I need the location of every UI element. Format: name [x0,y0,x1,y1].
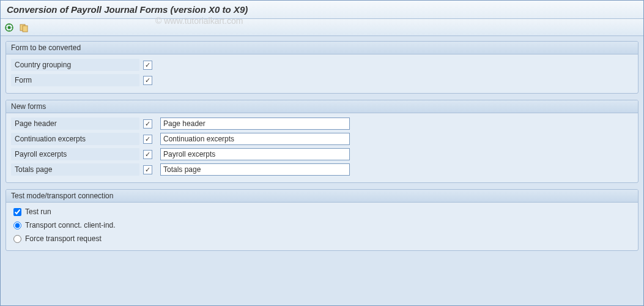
chk-wrap: ✓ [139,150,155,159]
transport-connct-label[interactable]: Transport connct. client-ind. [25,221,116,230]
transport-connct-radio[interactable] [13,222,21,230]
country-grouping-valuehelp[interactable]: ✓ [143,61,152,70]
page-title: Conversion of Payroll Journal Forms (ver… [7,4,248,15]
label: Page header [11,118,139,130]
row-force-transport: Force transport request [11,232,633,245]
test-run-checkbox[interactable] [13,208,21,216]
group-header: Test mode/transport connection [6,190,638,203]
title-bar: Conversion of Payroll Journal Forms (ver… [1,1,643,19]
toolbar [1,19,643,36]
variant-icon[interactable] [19,23,29,32]
label: Payroll excerpts [11,148,139,160]
chk-wrap: ✓ [139,165,155,174]
force-transport-label[interactable]: Force transport request [25,234,102,243]
row-country-grouping: Country grouping ✓ [11,58,633,72]
row-totals-page: Totals page ✓ [11,162,633,177]
label-country-grouping: Country grouping [11,59,139,71]
label: Continuation excerpts [11,133,139,145]
page-header-check[interactable]: ✓ [143,119,152,129]
label-form: Form [11,74,139,86]
content-area: Form to be converted Country grouping ✓ … [1,36,643,262]
form-valuehelp[interactable]: ✓ [143,76,152,85]
payroll-excerpts-check[interactable]: ✓ [143,150,152,159]
group-body: Test run Transport connct. client-ind. F… [6,203,638,250]
continuation-input[interactable] [160,133,350,145]
row-page-header: Page header ✓ [11,116,633,131]
chk-wrap: ✓ [139,135,155,144]
row-form: Form ✓ [11,73,633,88]
svg-rect-7 [23,26,28,32]
totals-page-input[interactable] [160,163,350,176]
row-transport-connct: Transport connct. client-ind. [11,218,633,232]
row-payroll-excerpts: Payroll excerpts ✓ [11,147,633,162]
label: Totals page [11,163,139,176]
row-test-run: Test run [11,205,633,218]
payroll-excerpts-input[interactable] [160,148,350,160]
group-form-to-convert: Form to be converted Country grouping ✓ … [6,41,638,94]
chk-wrap: ✓ [139,61,155,70]
chk-wrap: ✓ [139,119,155,129]
group-header: New forms [6,100,638,113]
group-test-mode: Test mode/transport connection Test run … [6,189,638,251]
totals-page-check[interactable]: ✓ [143,165,152,174]
svg-point-1 [8,26,11,29]
execute-icon[interactable] [4,23,14,32]
group-body: Page header ✓ Continuation excerpts ✓ Pa… [6,113,638,182]
group-new-forms: New forms Page header ✓ Continuation exc… [6,100,638,183]
page-header-input[interactable] [160,118,350,130]
chk-wrap: ✓ [139,76,155,85]
group-header: Form to be converted [6,42,638,54]
force-transport-radio[interactable] [13,235,21,243]
row-continuation: Continuation excerpts ✓ [11,132,633,146]
test-run-label[interactable]: Test run [25,207,51,216]
continuation-check[interactable]: ✓ [143,135,152,144]
group-body: Country grouping ✓ Form ✓ [6,54,638,93]
